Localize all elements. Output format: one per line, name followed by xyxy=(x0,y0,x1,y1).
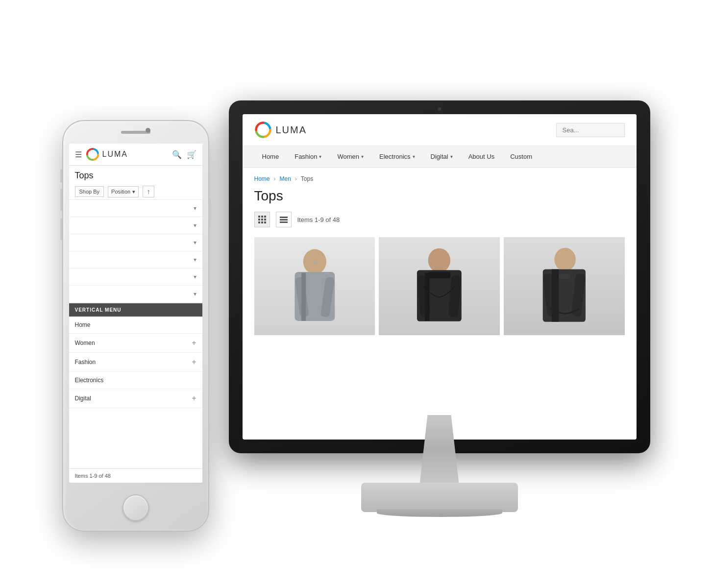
iphone-power-button xyxy=(209,198,211,228)
filter-chevron-3: ▾ xyxy=(194,239,196,246)
nav-item-about[interactable]: About Us xyxy=(461,147,502,166)
grid-view-button[interactable] xyxy=(254,212,270,227)
expand-icon-digital: + xyxy=(192,394,196,403)
desktop-website: LUMA Home Fashion ▾ xyxy=(243,114,637,440)
breadcrumb-men[interactable]: Men xyxy=(280,175,291,182)
list-icon xyxy=(280,216,288,223)
breadcrumb-sep-2: › xyxy=(295,175,297,182)
filter-chevron-2: ▾ xyxy=(194,222,196,229)
imac-device: LUMA Home Fashion ▾ xyxy=(229,100,650,551)
breadcrumb-home[interactable]: Home xyxy=(254,175,270,182)
breadcrumb-sep-1: › xyxy=(274,175,276,182)
nav-item-women[interactable]: Women ▾ xyxy=(329,147,371,166)
expand-icon-women: + xyxy=(192,339,196,347)
nav-item-custom[interactable]: Custom xyxy=(502,147,540,166)
mobile-website: ☰ LUMA 🔍 🛒 xyxy=(69,144,202,483)
mobile-search-icon[interactable]: 🔍 xyxy=(172,150,182,159)
filter-row-1[interactable]: ▾ xyxy=(69,200,202,217)
iphone-mute-switch xyxy=(60,169,62,183)
product-grid xyxy=(254,237,625,335)
desktop-toolbar: Items 1-9 of 48 xyxy=(254,212,625,227)
desktop-search-input[interactable] xyxy=(556,123,625,137)
desktop-content-area: Home › Men › Tops Tops xyxy=(243,168,637,440)
desktop-logo-text: LUMA xyxy=(276,124,307,136)
menu-item-digital[interactable]: Digital + xyxy=(69,389,202,408)
menu-item-women[interactable]: Women + xyxy=(69,334,202,353)
hamburger-menu-icon[interactable]: ☰ xyxy=(75,150,82,159)
chevron-down-icon: ▾ xyxy=(413,154,415,159)
desktop-nav: Home Fashion ▾ Women ▾ Electronics ▾ xyxy=(243,146,637,168)
svg-rect-12 xyxy=(425,273,429,321)
breadcrumb-current: Tops xyxy=(301,175,313,182)
product-item-2[interactable] xyxy=(379,237,500,335)
shopby-button[interactable]: Shop By xyxy=(75,186,104,197)
desktop-logo: LUMA xyxy=(254,121,307,139)
apple-logo-icon xyxy=(432,422,447,440)
mobile-logo-ring xyxy=(86,147,99,161)
product-person-3 xyxy=(504,237,625,335)
filter-chevron-4: ▾ xyxy=(194,256,196,263)
imac-screen-bezel: LUMA Home Fashion ▾ xyxy=(229,100,650,453)
nav-item-home[interactable]: Home xyxy=(254,147,287,166)
svg-rect-11 xyxy=(428,272,450,278)
iphone-home-button[interactable] xyxy=(123,494,149,521)
expand-icon-fashion: + xyxy=(192,358,196,367)
product-person-1 xyxy=(254,237,375,335)
filter-row-2[interactable]: ▾ xyxy=(69,217,202,234)
mobile-content-area: Tops Shop By Position ▾ ↑ xyxy=(69,166,202,468)
chevron-down-icon: ▾ xyxy=(361,154,364,159)
mobile-header-icons: 🔍 🛒 xyxy=(172,150,196,159)
menu-item-home[interactable]: Home xyxy=(69,317,202,334)
mobile-toolbar: Shop By Position ▾ ↑ xyxy=(69,184,202,200)
iphone-front-camera xyxy=(146,128,150,133)
nav-item-electronics[interactable]: Electronics ▾ xyxy=(371,147,423,166)
filter-row-4[interactable]: ▾ xyxy=(69,251,202,269)
svg-rect-5 xyxy=(301,273,306,321)
sort-ascending-button[interactable]: ↑ xyxy=(143,186,154,197)
menu-item-electronics[interactable]: Electronics xyxy=(69,372,202,389)
iphone-body: ☰ LUMA 🔍 🛒 xyxy=(62,120,209,532)
filter-chevron-1: ▾ xyxy=(194,205,196,212)
scene: LUMA Home Fashion ▾ xyxy=(62,37,650,551)
svg-rect-17 xyxy=(552,269,559,321)
page-title: Tops xyxy=(254,188,625,204)
position-chevron-icon: ▾ xyxy=(132,189,135,195)
filter-chevron-6: ▾ xyxy=(194,291,196,297)
vertical-menu-header: VERTICAL MENU xyxy=(69,303,202,317)
mobile-page-title: Tops xyxy=(69,166,202,184)
grid-icon xyxy=(258,216,266,223)
mobile-filters: ▾ ▾ ▾ ▾ xyxy=(69,200,202,303)
luma-logo-ring xyxy=(254,121,272,139)
imac-camera xyxy=(438,107,441,111)
position-select[interactable]: Position ▾ xyxy=(108,186,139,197)
list-view-button[interactable] xyxy=(276,212,292,227)
mobile-header: ☰ LUMA 🔍 🛒 xyxy=(69,144,202,166)
filter-row-6[interactable]: ▾ xyxy=(69,286,202,303)
items-count: Items 1-9 of 48 xyxy=(297,216,340,223)
breadcrumb: Home › Men › Tops xyxy=(254,175,625,182)
imac-screen: LUMA Home Fashion ▾ xyxy=(243,114,637,440)
desktop-header: LUMA xyxy=(243,114,637,146)
product-item-1[interactable] xyxy=(254,237,375,335)
imac-stand-base xyxy=(361,483,518,512)
filter-row-3[interactable]: ▾ xyxy=(69,234,202,251)
nav-item-digital[interactable]: Digital ▾ xyxy=(423,147,461,166)
svg-point-7 xyxy=(428,248,450,272)
filter-chevron-5: ▾ xyxy=(194,273,196,280)
nav-item-fashion[interactable]: Fashion ▾ xyxy=(287,147,329,166)
mobile-logo-text: LUMA xyxy=(102,150,128,159)
iphone-screen: ☰ LUMA 🔍 🛒 xyxy=(69,144,202,483)
menu-item-fashion[interactable]: Fashion + xyxy=(69,353,202,372)
mobile-items-count: Items 1-9 of 48 xyxy=(69,468,202,483)
mobile-cart-icon[interactable]: 🛒 xyxy=(187,150,196,159)
svg-rect-18 xyxy=(559,274,570,279)
chevron-down-icon: ▾ xyxy=(319,154,321,159)
svg-point-6 xyxy=(313,262,316,264)
chevron-down-icon: ▾ xyxy=(450,154,453,159)
product-item-3[interactable] xyxy=(504,237,625,335)
iphone-device: ☰ LUMA 🔍 🛒 xyxy=(62,120,209,532)
iphone-vol-down-button xyxy=(60,218,62,240)
iphone-vol-up-button xyxy=(60,189,62,211)
product-person-2 xyxy=(379,237,500,335)
filter-row-5[interactable]: ▾ xyxy=(69,269,202,286)
